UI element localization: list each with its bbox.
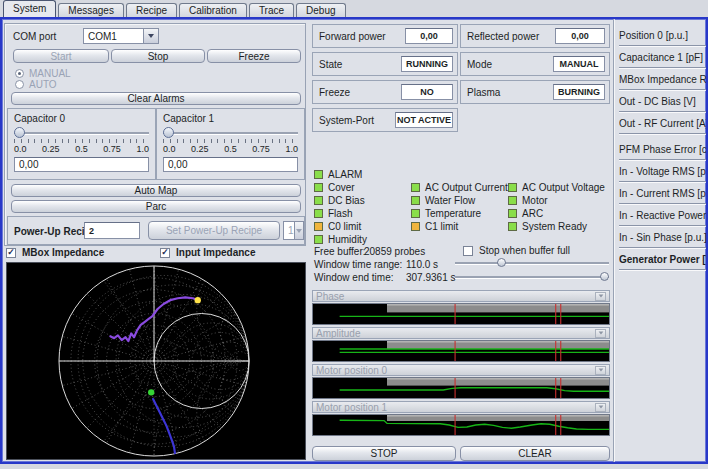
status-led-label: AC Output Voltage [522, 182, 605, 193]
list-item: In - Sin Phase [p.u.] [619, 226, 706, 248]
status-led-label: System Ready [522, 221, 587, 232]
mode-value: MANUAL [553, 56, 605, 72]
stop-button[interactable]: Stop [111, 49, 205, 63]
slider-ticks [163, 139, 298, 143]
tab-system[interactable]: System [3, 0, 56, 17]
list-item: In - Current RMS [p.u.] [619, 182, 706, 204]
smith-chart [6, 262, 306, 460]
plot-signal-label: Motor position 1 [316, 402, 387, 413]
slider-thumb[interactable] [14, 127, 25, 138]
parc-button[interactable]: Parc [11, 200, 301, 213]
list-item: Out - DC Bias [V] [619, 90, 706, 112]
tick-label: 0.75 [103, 144, 121, 154]
com-port-value: COM1 [84, 29, 143, 43]
stop-recording-button[interactable]: STOP [312, 446, 456, 461]
status-led [508, 209, 517, 218]
led-item: Motor [508, 195, 548, 206]
led-item: Flash [314, 208, 352, 219]
clear-button[interactable]: CLEAR [460, 446, 610, 461]
status-led [314, 196, 323, 205]
com-port-label: COM port [13, 31, 56, 42]
forward-power-label: Forward power [319, 31, 386, 42]
capacitor-0-slider[interactable] [14, 127, 149, 139]
auto-radio[interactable]: AUTO [15, 79, 57, 90]
tab-debug[interactable]: Debug [296, 3, 345, 17]
window-end-time-slider[interactable] [455, 272, 609, 281]
capacitor-1-slider[interactable] [163, 127, 298, 139]
chevron-down-icon[interactable] [595, 292, 606, 301]
status-led [508, 222, 517, 231]
led-item: DC Bias [314, 195, 365, 206]
tab-calibration[interactable]: Calibration [179, 3, 247, 17]
led-item: System Ready [508, 221, 587, 232]
slider-tick-labels: 0.0 0.25 0.5 0.75 1.0 [163, 144, 298, 154]
status-led [314, 209, 323, 218]
mode-label: Mode [467, 59, 492, 70]
signal-label: Out - RF Current [A] [619, 118, 706, 129]
slider-track [455, 262, 609, 264]
mbox-impedance-checkbox[interactable]: MBox Impedance [6, 247, 104, 258]
status-led-label: Cover [328, 182, 355, 193]
recipe-number-value: 1 [284, 222, 294, 239]
manual-radio[interactable]: MANUAL [15, 68, 71, 79]
signal-list-group-2: PFM Phase Error [calib] In - Voltage RMS… [619, 138, 706, 248]
status-led [508, 196, 517, 205]
system-port-field: System-Port NOT ACTIVE [312, 108, 458, 132]
list-item: Capacitance 1 [pF] [619, 46, 706, 68]
slider-thumb[interactable] [163, 127, 174, 138]
slider-thumb[interactable] [497, 258, 506, 267]
signal-label: MBox Impedance Re [Ohm] [619, 74, 706, 85]
status-led-label: C0 limit [328, 221, 361, 232]
status-led [314, 183, 323, 192]
start-button[interactable]: Start [13, 49, 109, 63]
tick-label: 0.25 [42, 144, 60, 154]
freeze-field: Freeze NO [312, 80, 458, 104]
window-time-range-slider[interactable] [455, 258, 609, 267]
checkbox-checked-icon [160, 248, 170, 258]
stop-when-buffer-full-checkbox[interactable]: Stop when buffer full [463, 245, 570, 256]
free-buffer-value: 20859 probes [364, 246, 425, 257]
status-led-label: Humidity [328, 234, 367, 245]
capacitor-1-value-field[interactable]: 0,00 [163, 157, 298, 172]
capacitor-0-value-field[interactable]: 0,00 [14, 157, 149, 172]
status-led [314, 235, 323, 244]
chevron-down-icon[interactable] [294, 222, 303, 239]
status-led [411, 196, 420, 205]
state-field: State RUNNING [312, 52, 458, 76]
plot-signal-select[interactable]: Motor position 0 [312, 364, 610, 376]
plot-signal-select[interactable]: Amplitude [312, 327, 610, 339]
tab-recipe[interactable]: Recipe [126, 3, 177, 17]
freeze-button[interactable]: Freeze [207, 49, 301, 63]
tab-bar: System Messages Recipe Calibration Trace… [0, 0, 708, 17]
status-led-label: ARC [522, 208, 543, 219]
power-up-recipe-input[interactable]: 2 [84, 222, 140, 239]
tab-trace[interactable]: Trace [249, 3, 294, 17]
chevron-down-icon[interactable] [595, 366, 606, 375]
slider-thumb[interactable] [600, 272, 609, 281]
set-power-up-recipe-button[interactable]: Set Power-Up Recipe [148, 221, 280, 240]
signal-label: In - Sin Phase [p.u.] [619, 232, 706, 243]
signal-label: In - Current RMS [p.u.] [619, 188, 706, 199]
capacitor-0-label: Capacitor 0 [14, 113, 149, 124]
tab-messages[interactable]: Messages [58, 3, 124, 17]
signal-label: PFM Phase Error [calib] [619, 144, 706, 155]
tick-label: 0.0 [14, 144, 27, 154]
chevron-down-icon[interactable] [595, 329, 606, 338]
com-port-select[interactable]: COM1 [83, 28, 159, 44]
list-item: Position 0 [p.u.] [619, 24, 706, 46]
signal-plot [312, 377, 610, 399]
plot-signal-select[interactable]: Motor position 1 [312, 401, 610, 413]
status-led [411, 222, 420, 231]
input-impedance-label: Input Impedance [176, 247, 255, 258]
status-led-label: C1 limit [425, 221, 458, 232]
signal-plot [312, 303, 610, 325]
slider-track [455, 276, 609, 278]
chevron-down-icon[interactable] [143, 29, 158, 43]
input-impedance-checkbox[interactable]: Input Impedance [160, 247, 255, 258]
status-led-label: ALARM [328, 169, 362, 180]
plot-signal-select[interactable]: Phase [312, 290, 610, 302]
clear-alarms-button[interactable]: Clear Alarms [11, 92, 301, 105]
auto-map-button[interactable]: Auto Map [11, 184, 301, 197]
recipe-number-select[interactable]: 1 [283, 221, 304, 240]
chevron-down-icon[interactable] [595, 403, 606, 412]
